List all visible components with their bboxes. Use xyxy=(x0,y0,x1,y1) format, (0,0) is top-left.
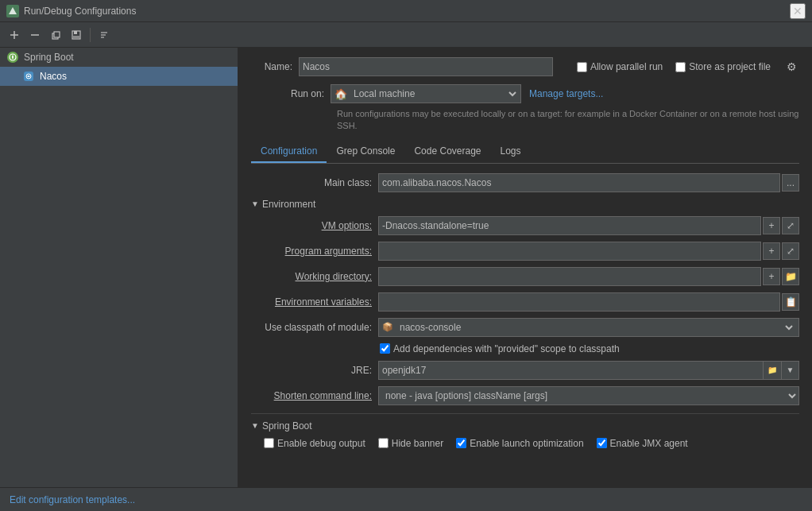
store-project-label[interactable]: Store as project file xyxy=(675,61,771,72)
env-vars-row: Environment variables: 📋 xyxy=(251,292,799,312)
debug-output-label[interactable]: Enable debug output xyxy=(264,438,365,449)
sidebar-item-label-spring-boot: Spring Boot xyxy=(24,52,74,63)
jre-browse-button[interactable]: 📁 xyxy=(763,362,780,379)
program-args-label: Program arguments: xyxy=(251,246,378,257)
copy-config-button[interactable] xyxy=(46,25,65,45)
allow-parallel-checkbox[interactable] xyxy=(577,62,587,72)
main-container: Spring Boot Nacos Name: Allow parallel r… xyxy=(0,48,812,487)
program-args-expand-button[interactable]: ⤢ xyxy=(782,242,799,260)
edit-templates-link[interactable]: Edit configuration templates... xyxy=(10,494,135,505)
program-args-input-group: + ⤢ xyxy=(378,242,799,261)
add-config-button[interactable] xyxy=(5,25,24,45)
svg-marker-0 xyxy=(9,7,17,14)
jre-input[interactable] xyxy=(379,365,762,376)
shorten-cmd-row: Shorten command line: none - java [optio… xyxy=(251,386,799,405)
sidebar-item-nacos[interactable]: Nacos xyxy=(0,67,238,86)
vm-options-expand-button[interactable]: ⤢ xyxy=(782,217,799,234)
tab-code-coverage[interactable]: Code Coverage xyxy=(404,141,490,163)
jmx-agent-label[interactable]: Enable JMX agent xyxy=(597,438,688,449)
header-checkboxes: Allow parallel run Store as project file… xyxy=(577,59,799,75)
sidebar-item-spring-boot[interactable]: Spring Boot xyxy=(0,48,238,67)
environment-section-header: ▼ Environment xyxy=(251,199,799,210)
hide-banner-label[interactable]: Hide banner xyxy=(378,438,443,449)
env-vars-input[interactable] xyxy=(378,292,780,312)
main-class-browse-button[interactable]: ... xyxy=(782,174,799,192)
jre-input-group: 📁 ▼ xyxy=(378,361,799,380)
env-vars-browse-button[interactable]: 📋 xyxy=(782,293,799,311)
spring-boot-section-label: Spring Boot xyxy=(262,420,312,432)
manage-targets-link[interactable]: Manage targets... xyxy=(529,88,603,99)
name-label: Name: xyxy=(251,61,299,72)
tab-logs[interactable]: Logs xyxy=(491,141,531,163)
gear-button[interactable]: ⚙ xyxy=(783,59,799,75)
spring-boot-section-arrow: ▼ xyxy=(251,421,259,430)
vm-options-input[interactable] xyxy=(378,216,761,235)
working-dir-input[interactable] xyxy=(378,267,761,286)
tab-configuration[interactable]: Configuration xyxy=(251,141,327,163)
add-deps-checkbox[interactable] xyxy=(380,343,390,354)
classpath-module-icon: 📦 xyxy=(382,322,393,332)
program-args-input[interactable] xyxy=(378,242,761,261)
shorten-cmd-select[interactable]: none - java [options] className [args] xyxy=(379,387,798,405)
jre-dropdown-button[interactable]: ▼ xyxy=(781,362,798,379)
debug-output-checkbox[interactable] xyxy=(264,438,274,448)
sidebar: Spring Boot Nacos xyxy=(0,48,238,487)
store-project-checkbox[interactable] xyxy=(675,62,686,72)
svg-rect-8 xyxy=(73,36,79,38)
vm-options-input-group: + ⤢ xyxy=(378,216,799,235)
close-button[interactable]: ✕ xyxy=(790,3,806,19)
working-dir-add-button[interactable]: + xyxy=(763,268,780,285)
environment-label: Environment xyxy=(262,199,315,210)
shorten-cmd-dropdown[interactable]: none - java [options] className [args] xyxy=(378,386,799,405)
allow-parallel-label[interactable]: Allow parallel run xyxy=(577,61,663,72)
main-class-label: Main class: xyxy=(251,177,378,188)
environment-arrow: ▼ xyxy=(251,199,259,208)
title-bar: Run/Debug Configurations ✕ xyxy=(0,0,812,22)
app-icon xyxy=(6,5,19,17)
add-deps-row: Add dependencies with "provided" scope t… xyxy=(380,343,799,354)
vm-options-label: VM options: xyxy=(251,220,378,231)
run-description: Run configurations may be executed local… xyxy=(337,108,799,133)
home-icon: 🏠 xyxy=(334,88,347,100)
remove-config-button[interactable] xyxy=(25,25,44,45)
program-args-add-button[interactable]: + xyxy=(763,242,780,260)
run-on-select[interactable]: Local machine xyxy=(350,87,519,100)
classpath-label: Use classpath of module: xyxy=(251,322,378,333)
toolbar-separator xyxy=(90,28,91,42)
jmx-agent-checkbox[interactable] xyxy=(597,438,607,448)
main-class-input[interactable] xyxy=(378,173,780,192)
svg-rect-5 xyxy=(54,32,60,37)
spring-boot-section: ▼ Spring Boot Enable debug output Hide b… xyxy=(251,413,799,449)
name-input[interactable] xyxy=(299,57,553,76)
env-vars-label: Environment variables: xyxy=(251,296,378,308)
run-on-dropdown[interactable]: 🏠 Local machine xyxy=(331,84,521,103)
svg-rect-7 xyxy=(74,31,77,34)
spring-boot-checkboxes: Enable debug output Hide banner Enable l… xyxy=(264,438,799,449)
toolbar xyxy=(0,22,812,48)
name-row: Name: Allow parallel run Store as projec… xyxy=(251,57,799,76)
jre-label: JRE: xyxy=(251,365,378,376)
working-dir-browse-button[interactable]: 📁 xyxy=(782,268,799,285)
working-dir-label: Working directory: xyxy=(251,271,378,282)
program-args-row: Program arguments: + ⤢ xyxy=(251,242,799,261)
jre-row: JRE: 📁 ▼ xyxy=(251,361,799,380)
sort-config-button[interactable] xyxy=(95,25,114,45)
spring-boot-section-header: ▼ Spring Boot xyxy=(251,420,799,432)
hide-banner-checkbox[interactable] xyxy=(378,438,389,448)
run-on-label: Run on: xyxy=(251,88,331,99)
title-bar-text: Run/Debug Configurations xyxy=(24,6,136,17)
tab-grep-console[interactable]: Grep Console xyxy=(327,141,404,163)
launch-opt-label[interactable]: Enable launch optimization xyxy=(456,438,583,449)
vm-options-add-button[interactable]: + xyxy=(763,217,780,234)
shorten-cmd-label: Shorten command line: xyxy=(251,390,378,401)
save-config-button[interactable] xyxy=(67,25,86,45)
classpath-select[interactable]: nacos-console xyxy=(396,321,795,334)
classpath-dropdown[interactable]: 📦 nacos-console xyxy=(378,318,799,337)
run-on-row: Run on: 🏠 Local machine Manage targets..… xyxy=(251,84,799,103)
vm-options-row: VM options: + ⤢ xyxy=(251,216,799,235)
bottom-bar: Edit configuration templates... xyxy=(0,487,812,511)
add-deps-label[interactable]: Add dependencies with "provided" scope t… xyxy=(380,343,620,354)
launch-opt-checkbox[interactable] xyxy=(456,438,466,448)
sidebar-item-label-nacos: Nacos xyxy=(40,71,67,82)
spring-boot-icon xyxy=(6,51,19,64)
